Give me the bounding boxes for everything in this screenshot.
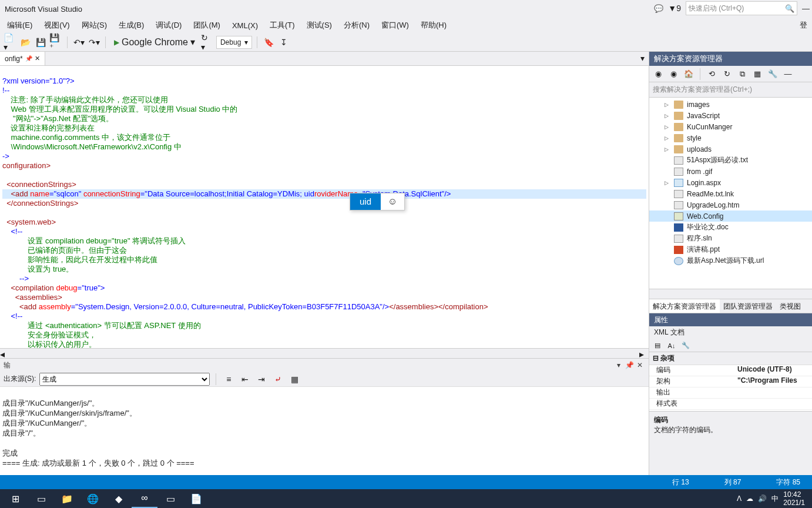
property-row[interactable]: 样式表	[649, 399, 812, 410]
tree-item[interactable]: 毕业论文.doc	[649, 222, 812, 233]
solution-explorer-tree[interactable]: ▷images▷JavaScript▷KuCunManger▷style▷upl…	[649, 98, 812, 289]
save-all-icon[interactable]: 💾⁺	[49, 36, 62, 49]
misc-icon[interactable]: ↧	[277, 36, 290, 49]
tab-solution-explorer[interactable]: 解决方案资源管理器	[649, 299, 720, 313]
tray-time[interactable]: 10:42	[783, 490, 801, 499]
output-dropdown-icon[interactable]: ▾	[613, 361, 624, 369]
run-button[interactable]: ▶Google Chrome ▾	[110, 36, 199, 49]
tree-item[interactable]: Web.Config	[649, 210, 812, 222]
se-back-icon[interactable]: ◉	[652, 68, 665, 81]
find-icon[interactable]: 🔖	[262, 36, 275, 49]
tray-date[interactable]: 2021/1	[783, 499, 805, 507]
config-dropdown[interactable]: Debug▾	[216, 36, 252, 49]
taskbar-vs-icon[interactable]: ∞	[132, 489, 157, 508]
menu-website[interactable]: 网站(S)	[77, 19, 112, 32]
menu-test[interactable]: 测试(S)	[302, 19, 337, 32]
tab-dropdown-icon[interactable]: ▾	[636, 52, 649, 65]
properties-category[interactable]: ⊟ 杂项	[649, 352, 812, 365]
tab-class-view[interactable]: 类视图	[776, 299, 804, 313]
taskbar-app1-icon[interactable]: ◆	[106, 489, 132, 508]
save-icon[interactable]: 💾	[34, 36, 47, 49]
output-clear-icon[interactable]: ≡	[222, 373, 235, 386]
se-collapse-icon[interactable]: ⧉	[736, 68, 749, 81]
property-row[interactable]: 编码Unicode (UTF-8)	[649, 365, 812, 376]
output-outdent-icon[interactable]: ⇥	[255, 373, 268, 386]
system-tray[interactable]: ᐱ ☁ 🔊 中 10:422021/1	[732, 490, 810, 507]
undo-icon[interactable]: ↶▾	[72, 36, 85, 49]
tree-item[interactable]: from .gif	[649, 166, 812, 177]
intellisense-item[interactable]: uid	[350, 193, 381, 210]
menu-tools[interactable]: 工具(T)	[265, 19, 300, 32]
tree-item[interactable]: 51Aspx源码必读.txt	[649, 155, 812, 166]
taskbar-edge-icon[interactable]: 🌐	[80, 489, 106, 508]
refresh-icon[interactable]: ↻ ▾	[201, 36, 214, 49]
redo-icon[interactable]: ↷▾	[88, 36, 100, 49]
tree-item[interactable]: ▷KuCunManger	[649, 121, 812, 132]
se-sync-icon[interactable]: ⟲	[705, 68, 718, 81]
menu-team[interactable]: 团队(M)	[189, 19, 225, 32]
output-indent-icon[interactable]: ⇤	[239, 373, 251, 386]
se-more-icon[interactable]: —	[781, 68, 794, 81]
props-az-icon[interactable]: A↓	[666, 340, 677, 351]
output-wrap-icon[interactable]: ⤶	[271, 373, 284, 386]
intellisense-smile-icon[interactable]: ☺	[381, 193, 404, 210]
open-item-icon[interactable]: 📂	[19, 36, 32, 49]
tray-ime[interactable]: 中	[771, 494, 779, 504]
properties-grid[interactable]: ⊟ 杂项 编码Unicode (UTF-8)架构"C:\Program File…	[649, 352, 812, 411]
menu-edit[interactable]: 编辑(E)	[2, 19, 37, 32]
menu-debug[interactable]: 调试(D)	[151, 19, 186, 32]
menu-xml[interactable]: XML(X)	[227, 20, 263, 31]
taskbar-explorer-icon[interactable]: 📁	[54, 489, 80, 508]
tree-item[interactable]: 最新Asp.Net源码下载.url	[649, 255, 812, 266]
se-showall-icon[interactable]: ▦	[751, 68, 764, 81]
tree-item[interactable]: ▷images	[649, 99, 812, 110]
output-close-icon[interactable]: ✕	[635, 361, 645, 369]
tab-web-config[interactable]: onfig* 📌 ✕	[0, 52, 45, 65]
intellisense-popup[interactable]: uid ☺	[350, 193, 405, 210]
tree-item[interactable]: UpgradeLog.htm	[649, 199, 812, 210]
output-goto-icon[interactable]: ▦	[288, 373, 301, 386]
taskbar-app3-icon[interactable]: 📄	[183, 489, 209, 508]
pin-icon[interactable]: 📌	[25, 55, 32, 62]
tree-item[interactable]: ▷Login.aspx	[649, 177, 812, 188]
feedback-icon[interactable]: 💬	[654, 4, 663, 13]
tree-item[interactable]: ▷uploads	[649, 143, 812, 155]
menu-build[interactable]: 生成(B)	[114, 19, 149, 32]
close-tab-icon[interactable]: ✕	[35, 55, 40, 62]
property-row[interactable]: 输出	[649, 387, 812, 399]
se-fwd-icon[interactable]: ◉	[667, 68, 680, 81]
tree-item[interactable]: 程序.sln	[649, 233, 812, 244]
output-source-select[interactable]: 生成	[39, 373, 210, 386]
tray-volume-icon[interactable]: 🔊	[758, 494, 767, 503]
menu-login[interactable]: 登	[800, 20, 810, 31]
tree-item[interactable]: 演讲稿.ppt	[649, 244, 812, 255]
se-horizontal-scrollbar[interactable]	[649, 289, 812, 299]
tree-item[interactable]: ReadMe.txt.lnk	[649, 188, 812, 199]
editor-horizontal-scrollbar[interactable]: ◂▸	[0, 348, 649, 358]
menu-analyze[interactable]: 分析(N)	[339, 19, 374, 32]
se-preview-icon[interactable]: 🔧	[766, 68, 779, 81]
tree-item[interactable]: ▷JavaScript	[649, 110, 812, 121]
taskbar-taskview-icon[interactable]: ▭	[28, 489, 54, 508]
code-editor[interactable]: ?xml version="1.0"?> !-- 注意: 除了手动编辑此文件以外…	[0, 66, 649, 348]
menu-window[interactable]: 窗口(W)	[377, 19, 414, 32]
props-wrench-icon[interactable]: 🔧	[680, 340, 692, 351]
menu-help[interactable]: 帮助(H)	[416, 19, 451, 32]
notification-flag[interactable]: ▼9	[668, 4, 681, 13]
tab-team-explorer[interactable]: 团队资源管理器	[720, 299, 776, 313]
tray-cloud-icon[interactable]: ☁	[746, 494, 753, 503]
se-home-icon[interactable]: 🏠	[682, 68, 695, 81]
output-text[interactable]: 成目录"/KuCunManger/js/"。 成目录"/KuCunManger/…	[0, 387, 649, 489]
taskbar-start-icon[interactable]: ⊞	[2, 489, 28, 508]
minimize-icon[interactable]: —	[802, 4, 810, 13]
new-item-icon[interactable]: 📄▾	[4, 36, 16, 49]
solution-explorer-search[interactable]: 搜索解决方案资源管理器(Ctrl+;)	[649, 82, 812, 98]
output-pin-icon[interactable]: 📌	[624, 361, 635, 369]
quick-launch-input[interactable]: 快速启动 (Ctrl+Q) 🔍	[686, 1, 797, 15]
menu-view[interactable]: 视图(V)	[39, 19, 74, 32]
tree-item[interactable]: ▷style	[649, 132, 812, 143]
props-cat-icon[interactable]: ▤	[652, 340, 663, 351]
property-row[interactable]: 架构"C:\Program Files	[649, 376, 812, 387]
taskbar-app2-icon[interactable]: ▭	[157, 489, 183, 508]
se-refresh-icon[interactable]: ↻	[720, 68, 733, 81]
